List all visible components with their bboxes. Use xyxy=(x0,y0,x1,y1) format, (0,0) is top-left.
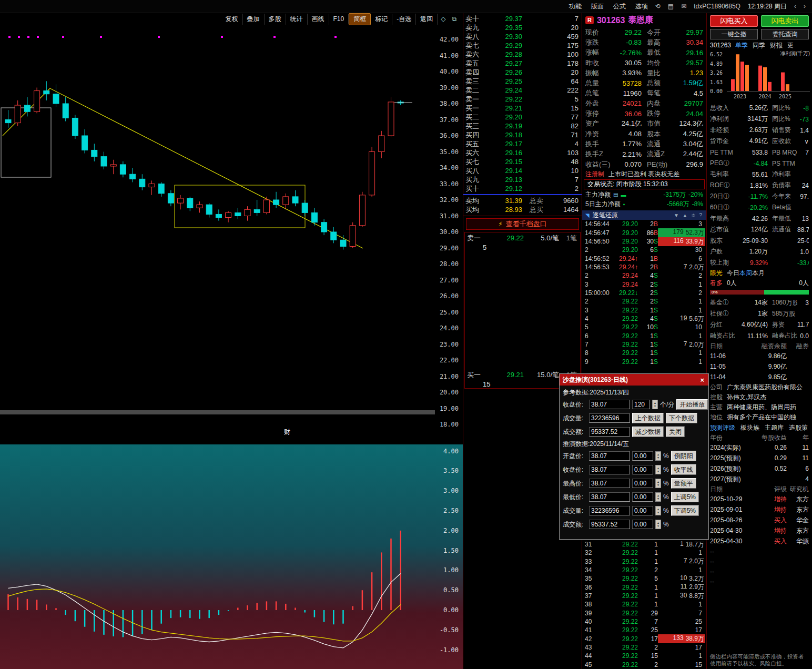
bid-row-8[interactable]: 买八29.1410 xyxy=(463,166,582,175)
spin-down-icon[interactable]: ▼ xyxy=(657,497,659,500)
back-arrow-icon[interactable]: ‹ xyxy=(794,3,796,10)
spin-down-icon[interactable]: ▼ xyxy=(657,524,659,528)
menubar-item-版面[interactable]: 版面 xyxy=(591,2,604,11)
spinner-control[interactable]: ▲▼ xyxy=(655,479,661,488)
dialog-input-成交量:[interactable]: 32236596 xyxy=(589,413,630,423)
dialog-input-最低价:[interactable]: 38.07 xyxy=(589,492,630,502)
spin-down-icon[interactable]: ▼ xyxy=(654,404,656,408)
flash-sell-button[interactable]: 闪电卖出 xyxy=(761,15,809,27)
dialog-pct-input[interactable]: 0.00 xyxy=(632,520,653,529)
dialog-pct-input[interactable]: 0.00 xyxy=(632,451,653,461)
chart-toolbar-F10[interactable]: F10 xyxy=(329,14,349,24)
ask-row-3[interactable]: 卖三29.2564 xyxy=(463,77,582,86)
bid-row-3[interactable]: 买三29.1982 xyxy=(463,121,582,130)
dialog-input-成交额:[interactable]: 95337.52 xyxy=(589,427,630,437)
chart-toolbar-标记[interactable]: 标记 xyxy=(371,14,392,25)
link-主题库[interactable]: 主题库 xyxy=(765,423,784,432)
period-tab-更[interactable]: 更 xyxy=(787,41,794,50)
spinner-control[interactable]: ▲▼ xyxy=(655,520,661,529)
dialog-input-成交额:[interactable]: 95337.52 xyxy=(589,520,630,529)
dialog-button-倒阴阳[interactable]: 倒阴阳 xyxy=(671,451,696,461)
bid-row-7[interactable]: 买七29.1548 xyxy=(463,157,582,166)
thousand-depth-button[interactable]: ⚡ 查看千档盘口 xyxy=(466,218,579,230)
chart-toolbar-返回[interactable]: 返回 xyxy=(416,14,438,25)
dialog-input-成交量:[interactable]: 32236596 xyxy=(589,506,630,515)
spinner-control[interactable]: ▲▼ xyxy=(655,492,661,502)
spinner-control[interactable]: ▲▼ xyxy=(655,451,661,461)
ask-row-9[interactable]: 卖九29.3520 xyxy=(463,23,582,32)
chart-toolbar-复权[interactable]: 复权 xyxy=(221,14,243,25)
menubar-item-选项[interactable]: 选项 xyxy=(635,2,648,11)
close-icon[interactable]: × xyxy=(699,376,705,384)
dialog-input-最高价:[interactable]: 38.07 xyxy=(589,479,630,488)
dialog-button-收平线[interactable]: 收平线 xyxy=(671,464,696,475)
dialog-pct-input[interactable]: 0.00 xyxy=(632,479,653,488)
spin-down-icon[interactable]: ▼ xyxy=(657,470,659,473)
sync-icon[interactable]: ⟲ xyxy=(655,3,661,10)
spin-down-icon[interactable]: ▼ xyxy=(657,483,659,486)
dialog-titlebar[interactable]: 沙盘推演(301263-日线) × xyxy=(560,374,708,386)
ask-row-5[interactable]: 卖五29.27178 xyxy=(463,59,582,68)
dialog-button-开始播放[interactable]: 开始播放 xyxy=(676,399,708,410)
window-icon[interactable]: ⧉ xyxy=(449,14,460,24)
layout-icon[interactable]: ▤ xyxy=(668,3,674,10)
sentiment-tab-本周[interactable]: 本周 xyxy=(739,269,752,277)
spinner-control[interactable]: ▲▼ xyxy=(655,506,661,515)
bid-row-5[interactable]: 买五29.174 xyxy=(463,139,582,148)
sentiment-tab-本月[interactable]: 本月 xyxy=(752,269,765,277)
macd-indicator-chart[interactable]: 4.003.503.002.502.001.501.000.500.00-0.5… xyxy=(0,444,463,669)
link-板块族[interactable]: 板块族 xyxy=(740,423,759,432)
spinner-control[interactable]: ▲▼ xyxy=(655,465,661,474)
ask-row-6[interactable]: 卖六29.28100 xyxy=(463,50,582,59)
chart-toolbar-简框[interactable]: 简框 xyxy=(349,13,371,25)
dialog-input-收盘价:[interactable]: 38.07 xyxy=(589,465,630,474)
tick-header-icons[interactable]: ▼ ▲ ≑ ? xyxy=(674,212,703,218)
cancel-all-button[interactable]: 一键全撤 xyxy=(710,29,758,39)
dialog-pct-input[interactable]: 0.00 xyxy=(632,506,653,515)
period-tab-财报[interactable]: 财报 xyxy=(770,41,783,50)
dialog-pct-input[interactable]: 0.00 xyxy=(632,492,653,502)
message-icon[interactable]: ✉ xyxy=(681,3,686,10)
menubar-item-功能[interactable]: 功能 xyxy=(569,2,582,11)
dialog-button-量额平[interactable]: 量额平 xyxy=(671,478,696,489)
bid-row-2[interactable]: 买二29.2077 xyxy=(463,113,582,121)
bid-row-9[interactable]: 买九29.137 xyxy=(463,175,582,184)
ask-row-2[interactable]: 卖二29.24222 xyxy=(463,86,582,95)
dialog-button-关闭[interactable]: 关闭 xyxy=(666,427,685,437)
sandbox-simulation-dialog[interactable]: 沙盘推演(301263-日线) × 参考数据:2025/11/13/四收盘价:3… xyxy=(559,373,709,540)
period-tab-同季[interactable]: 同季 xyxy=(753,41,765,50)
dialog-button-上调5%[interactable]: 上调5% xyxy=(671,492,699,502)
ask-row-8[interactable]: 卖八29.30459 xyxy=(463,32,582,41)
funds-chart-icon[interactable]: ▤ xyxy=(613,192,618,198)
ask-row-4[interactable]: 卖四29.2620 xyxy=(463,68,582,77)
order-query-button[interactable]: 委托查询 xyxy=(761,29,809,39)
collapse-icon[interactable]: ◥ xyxy=(585,212,590,218)
period-tab-单季[interactable]: 单季 xyxy=(735,41,748,50)
sentiment-tab-今日[interactable]: 今日 xyxy=(727,269,739,277)
spinner-control[interactable]: ▲▼ xyxy=(652,400,658,409)
chart-toolbar-多股[interactable]: 多股 xyxy=(265,14,286,25)
tick-restore-header[interactable]: ◥ 逐笔还原 ▼ ▲ ≑ ? xyxy=(582,210,706,220)
chart-toolbar-画线[interactable]: 画线 xyxy=(308,14,329,25)
dialog-button-减少数据[interactable]: 减少数据 xyxy=(632,427,664,437)
chart-toolbar-叠加[interactable]: 叠加 xyxy=(243,14,265,25)
ask-row-7[interactable]: 卖七29.29175 xyxy=(463,41,582,50)
dialog-button-下个数据[interactable]: 下个数据 xyxy=(666,413,697,423)
bid-row-6[interactable]: 买六29.16103 xyxy=(463,148,582,157)
link-预测评级[interactable]: 预测评级 xyxy=(710,423,735,432)
dialog-speed-input[interactable]: 120 xyxy=(632,400,650,409)
menubar-item-公式[interactable]: 公式 xyxy=(613,2,626,11)
dialog-button-上个数据[interactable]: 上个数据 xyxy=(632,413,664,423)
dialog-button-下调5%[interactable]: 下调5% xyxy=(671,505,699,516)
ask-row-10[interactable]: 卖十29.377 xyxy=(463,14,582,23)
dialog-input-收盘价:[interactable]: 38.07 xyxy=(589,400,630,409)
link-选股策[interactable]: 选股策 xyxy=(789,423,808,432)
forward-arrow-icon[interactable]: › xyxy=(804,3,806,10)
flash-buy-button[interactable]: 闪电买入 xyxy=(710,15,758,27)
diamond-icon[interactable]: ◇ xyxy=(438,14,449,24)
chart-toolbar--自选[interactable]: -自选 xyxy=(392,14,416,25)
bid-row-4[interactable]: 买四29.1871 xyxy=(463,130,582,139)
bid-row-1[interactable]: 买一29.2115 xyxy=(463,104,582,113)
bid-row-10[interactable]: 买十29.122 xyxy=(463,184,582,193)
spin-down-icon[interactable]: ▼ xyxy=(657,511,659,514)
